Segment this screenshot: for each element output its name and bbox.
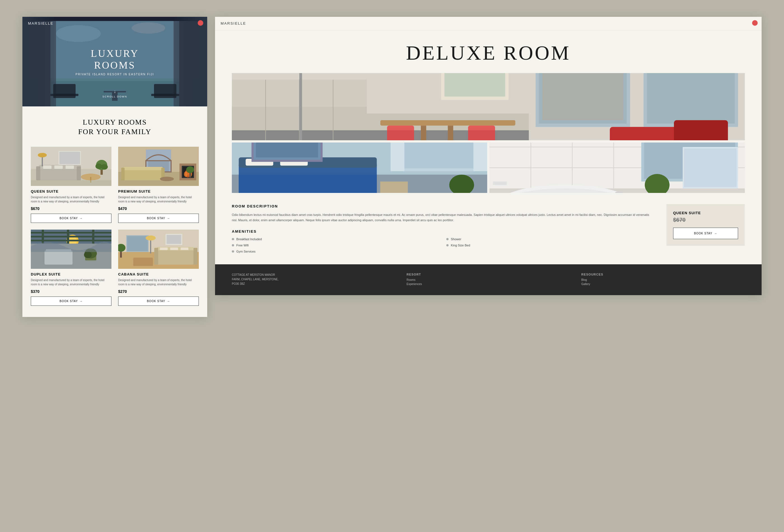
right-panel: MARSIELLE DELUXE ROOM — [215, 17, 762, 295]
footer-address-line1: COTTAGE AT MERSTON MANOR — [232, 273, 395, 277]
hero-main-title: LUXURY ROOMS — [68, 48, 161, 71]
room-desc-premium: Designed and manufactured by a team of e… — [118, 195, 199, 203]
amenity-breakfast: Breakfast Included — [232, 237, 441, 241]
arrow-icon-queen: → — [80, 217, 83, 220]
svg-rect-35 — [31, 180, 111, 186]
room-name-cabana: CABANA SUITE — [118, 272, 199, 276]
room-detail-section: ROOM DESCRIPTION Odio bibendum lectus mi… — [232, 204, 745, 253]
amenity-label-gym: Gym Services — [236, 250, 255, 253]
amenity-label-breakfast: Breakfast Included — [236, 237, 262, 241]
room-name-premium: PREMIUM SUITE — [118, 189, 199, 194]
gallery-main-svg — [232, 73, 745, 140]
scroll-text: SCROLL DOWN — [103, 95, 128, 98]
booking-card: QUEEN SUITE $670 BOOK STAY → — [666, 204, 745, 246]
footer-resort-rooms[interactable]: Rooms — [407, 278, 570, 281]
amenity-king-bed: King Size Bed — [446, 244, 655, 247]
right-logo: MARSIELLE — [221, 21, 756, 26]
amenity-dot-wifi — [232, 244, 234, 246]
svg-rect-111 — [674, 120, 728, 140]
svg-point-83 — [146, 235, 156, 241]
hero-close-button[interactable] — [198, 20, 203, 26]
room-description-text: Odio bibendum lectus mi euismod faucibus… — [232, 212, 655, 223]
gallery-bedroom-image — [232, 142, 487, 193]
svg-rect-109 — [468, 125, 495, 140]
svg-rect-115 — [444, 73, 505, 96]
room-card-queen: QUEEN SUITE Designed and manufactured by… — [31, 147, 111, 223]
left-panel: MARSIELLE LUXURY ROOMS PRIVATE ISLAND RE… — [22, 17, 207, 317]
room-image-premium — [118, 147, 199, 186]
amenities-section: AMENITIES Breakfast Included Shower — [232, 229, 655, 253]
svg-point-51 — [160, 177, 174, 181]
room-desc-cabana: Designed and manufactured by a team of e… — [118, 278, 199, 286]
svg-rect-121 — [391, 142, 404, 171]
amenity-wifi: Free Wifi — [232, 244, 441, 247]
arrow-icon-cabana: → — [167, 300, 170, 303]
svg-rect-20 — [36, 166, 40, 180]
amenities-heading: AMENITIES — [232, 229, 655, 233]
room-desc-queen: Designed and manufactured by a team of e… — [31, 195, 111, 203]
footer-resources-blog[interactable]: Blog — [581, 278, 745, 281]
svg-rect-23 — [54, 166, 63, 169]
right-close-button[interactable] — [752, 20, 758, 26]
svg-point-69 — [84, 251, 92, 258]
svg-rect-78 — [194, 248, 197, 264]
room-name-queen: QUEEN SUITE — [31, 189, 111, 194]
hero-section: MARSIELLE LUXURY ROOMS PRIVATE ISLAND RE… — [22, 17, 207, 106]
svg-rect-153 — [615, 192, 623, 193]
svg-rect-22 — [43, 166, 52, 169]
room-price-premium: $470 — [118, 206, 199, 211]
svg-point-53 — [186, 166, 194, 173]
arrow-icon-premium: → — [167, 217, 170, 220]
amenity-dot-breakfast — [232, 238, 234, 240]
deluxe-room-title: DELUXE ROOM — [232, 41, 745, 65]
footer-address-line2: FARM, CHAPEL LANE, MERSTONE, — [232, 277, 395, 282]
svg-rect-130 — [256, 142, 318, 157]
svg-rect-34 — [59, 152, 80, 164]
left-content: LUXURY ROOMS FOR YOUR FAMILY — [22, 106, 207, 317]
rooms-grid: QUEEN SUITE Designed and manufactured by… — [31, 147, 199, 306]
book-btn-queen[interactable]: BOOK STAY → — [31, 214, 111, 223]
gallery-main-image — [232, 73, 745, 140]
svg-rect-125 — [239, 175, 377, 193]
gallery-bathroom-svg — [489, 142, 745, 193]
footer-address-line3: PO30 3BZ — [232, 282, 395, 286]
book-btn-duplex[interactable]: BOOK STAY → — [31, 297, 111, 306]
amenity-label-wifi: Free Wifi — [236, 244, 249, 247]
svg-rect-86 — [133, 258, 153, 266]
svg-rect-160 — [493, 181, 506, 185]
svg-point-32 — [38, 153, 47, 157]
section-heading: LUXURY ROOMS FOR YOUR FAMILY — [31, 118, 199, 137]
arrow-icon-duplex: → — [80, 300, 83, 303]
book-btn-cabana[interactable]: BOOK STAY → — [118, 297, 199, 306]
footer-resort-links: RESORT Rooms Experiences — [407, 273, 570, 287]
booking-suite-name: QUEEN SUITE — [673, 211, 738, 215]
footer-resort-experiences[interactable]: Experiences — [407, 282, 570, 286]
footer-resort-list: Rooms Experiences — [407, 278, 570, 286]
svg-rect-105 — [380, 120, 515, 125]
amenities-grid: Breakfast Included Shower Free Wifi — [232, 237, 655, 253]
svg-rect-108 — [387, 125, 414, 140]
gallery-bedroom-svg — [232, 142, 487, 193]
svg-rect-65 — [45, 251, 73, 264]
svg-rect-21 — [77, 166, 81, 180]
amenity-label-shower: Shower — [451, 237, 461, 241]
scroll-indicator[interactable]: ↓ SCROLL DOWN — [103, 89, 128, 98]
hero-logo: MARSIELLE — [28, 21, 54, 26]
svg-rect-80 — [170, 248, 178, 250]
svg-rect-81 — [180, 248, 189, 250]
premium-illustration — [118, 147, 199, 186]
footer-resources-gallery[interactable]: Gallery — [581, 282, 745, 286]
gallery-bathroom-image — [489, 142, 745, 193]
svg-point-49 — [184, 171, 188, 177]
room-card-cabana: CABANA SUITE Designed and manufactured b… — [118, 230, 199, 306]
amenity-dot-king-bed — [446, 244, 449, 246]
hero-curtain-left — [22, 17, 56, 106]
svg-point-30 — [101, 164, 108, 170]
right-content: DELUXE ROOM — [215, 30, 762, 264]
book-btn-premium[interactable]: BOOK STAY → — [118, 214, 199, 223]
svg-rect-128 — [380, 181, 408, 193]
svg-rect-95 — [647, 73, 734, 123]
svg-rect-18 — [39, 168, 81, 180]
booking-book-button[interactable]: BOOK STAY → — [673, 228, 738, 239]
amenity-shower: Shower — [446, 237, 655, 241]
